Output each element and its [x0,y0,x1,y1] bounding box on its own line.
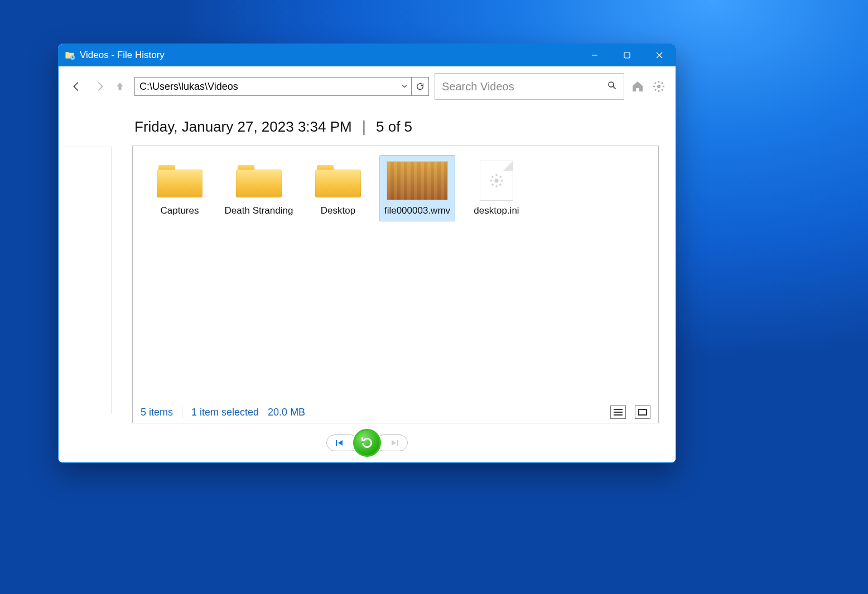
up-button[interactable] [111,78,129,95]
svg-point-5 [609,82,614,87]
svg-point-8 [495,179,499,183]
file-item-label: Desktop [321,205,355,216]
snapshot-timestamp: Friday, January 27, 2023 3:34 PM [134,118,352,136]
svg-rect-12 [639,409,647,415]
svg-point-7 [657,85,660,88]
version-navigation [59,423,676,462]
file-item[interactable]: Desktop [300,155,376,221]
status-size: 20.0 MB [268,407,305,418]
file-item-label: Death Stranding [225,205,293,216]
window-title: Videos - File History [80,50,165,61]
maximize-button[interactable] [611,44,643,66]
chevron-down-icon[interactable] [401,81,408,93]
desktop-wallpaper: Videos - File History [0,0,868,594]
folder-icon [149,159,210,202]
file-item-label: desktop.ini [474,205,519,216]
folder-icon [307,159,369,202]
file-item[interactable]: Captures [142,155,218,221]
view-details-button[interactable] [610,405,626,419]
panes: CapturesDeath StrandingDesktopfile000003… [59,146,676,423]
address-path: C:\Users\lukas\Videos [139,81,238,93]
snapshot-position: 5 of 5 [376,118,412,136]
status-selection: 1 item selected [191,407,259,418]
file-grid[interactable]: CapturesDeath StrandingDesktopfile000003… [133,146,658,402]
file-item-label: file000003.wmv [384,205,450,216]
address-input[interactable]: C:\Users\lukas\Videos [134,77,411,96]
gear-icon[interactable] [651,79,667,94]
restore-button[interactable] [353,429,381,457]
status-bar: 5 items 1 item selected 20.0 MB [133,402,658,423]
refresh-button[interactable] [411,77,429,96]
toolbar: C:\Users\lukas\Videos [59,66,676,103]
divider [182,407,182,418]
previous-version-peek[interactable] [63,147,112,414]
view-large-icons-button[interactable] [635,405,650,419]
titlebar: Videos - File History [59,44,676,66]
svg-line-6 [613,86,616,89]
snapshot-header: Friday, January 27, 2023 3:34 PM | 5 of … [59,103,676,146]
file-item[interactable]: Death Stranding [221,155,297,221]
minimize-button[interactable] [578,44,611,66]
search-icon [607,80,617,93]
back-button[interactable] [67,78,85,95]
file-item-label: Captures [161,205,199,216]
address-bar: C:\Users\lukas\Videos [134,77,429,96]
svg-rect-2 [624,52,630,58]
file-history-appicon [64,50,75,61]
video-thumbnail [387,159,448,202]
search-box[interactable] [435,73,624,100]
settings-file-icon [466,159,527,202]
search-input[interactable] [442,80,601,93]
home-icon[interactable] [630,79,645,94]
separator: | [362,118,366,136]
file-item[interactable]: file000003.wmv [379,155,455,221]
status-item-count: 5 items [141,407,173,418]
close-button[interactable] [643,44,676,66]
file-pane: CapturesDeath StrandingDesktopfile000003… [132,146,659,423]
file-item[interactable]: desktop.ini [459,155,534,221]
folder-icon [228,159,290,202]
file-history-window: Videos - File History [58,44,676,463]
forward-button[interactable] [91,78,109,95]
